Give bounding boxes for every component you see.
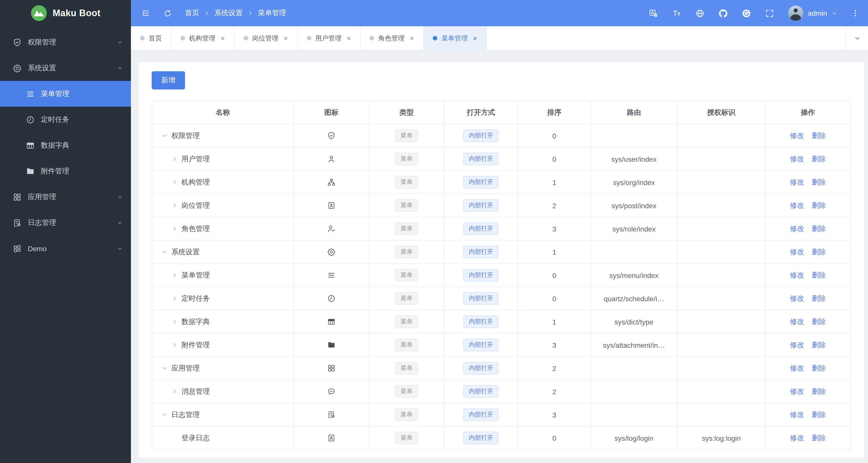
tab-label: 用户管理 [315,34,341,43]
edit-link[interactable]: 修改 [790,131,804,139]
table-row: 用户管理 菜单 内部打开 0 sys/user/index 修改删除 [152,147,850,171]
grid-icon [13,192,22,202]
breadcrumb-separator-icon [204,10,210,16]
edit-link[interactable]: 修改 [790,433,804,441]
edit-link[interactable]: 修改 [790,364,804,372]
sidebar-item-attachment[interactable]: 附件管理 [0,158,131,184]
sidebar-item-label: 附件管理 [41,166,69,176]
gear-icon [13,63,22,72]
breadcrumb-item[interactable]: 系统设置 [214,9,243,18]
gitee-icon[interactable] [742,8,751,18]
folder-filled-icon [26,166,35,176]
delete-link[interactable]: 删除 [812,224,826,232]
sidebar-item-label: 日志管理 [28,218,56,227]
refresh-icon[interactable] [163,9,172,18]
user-name: admin [808,9,827,17]
edit-link[interactable]: 修改 [790,154,804,162]
delete-link[interactable]: 删除 [812,271,826,279]
sort-value: 1 [518,310,590,333]
tree-toggle-icon[interactable] [161,365,168,371]
delete-link[interactable]: 删除 [812,410,826,418]
settings-more-icon[interactable] [851,9,860,18]
log-doc-icon [13,218,22,227]
grid-icon [327,364,336,373]
tree-toggle-icon[interactable] [161,411,168,418]
tab-close-icon[interactable]: × [346,34,351,42]
delete-link[interactable]: 删除 [812,387,826,395]
tab-菜单管理[interactable]: 菜单管理 × [424,26,487,50]
edit-link[interactable]: 修改 [790,247,804,255]
sidebar-item-permissions[interactable]: 权限管理 [0,29,131,55]
topbar-right: admin [649,5,860,21]
edit-link[interactable]: 修改 [790,271,804,279]
edit-link[interactable]: 修改 [790,410,804,418]
tab-close-icon[interactable]: × [473,34,477,42]
tab-dot [370,36,374,40]
delete-link[interactable]: 删除 [812,201,826,209]
font-size-icon[interactable] [672,8,681,18]
collapse-sidebar-icon[interactable] [141,9,150,18]
sidebar-item-logs[interactable]: 日志管理 [0,210,131,236]
globe-icon[interactable] [695,8,705,18]
tab-close-icon[interactable]: × [284,34,288,42]
sidebar-item-menu[interactable]: 菜单管理 [0,81,131,106]
route-value: sys/attachment/in… [591,333,677,357]
tree-toggle-icon[interactable] [172,225,178,232]
tree-toggle-icon[interactable] [172,342,178,348]
delete-link[interactable]: 删除 [812,317,826,325]
delete-link[interactable]: 删除 [812,364,826,372]
github-icon[interactable] [718,8,728,18]
delete-link[interactable]: 删除 [812,433,826,441]
tree-toggle-icon[interactable] [172,295,178,302]
tree-toggle-icon[interactable] [161,132,168,139]
tab-首页[interactable]: 首页 [131,26,172,50]
delete-link[interactable]: 删除 [812,247,826,255]
tree-toggle-icon[interactable] [161,249,168,255]
edit-link[interactable]: 修改 [790,340,804,348]
tab-机构管理[interactable]: 机构管理 × [172,26,235,50]
tabbar: 首页 机构管理 × 岗位管理 × 用户管理 × 角色管理 × 菜单管理 × [131,26,868,51]
sidebar-item-system[interactable]: 系统设置 [0,55,131,81]
type-tag: 菜单 [395,292,418,305]
delete-link[interactable]: 删除 [812,340,826,348]
edit-link[interactable]: 修改 [790,201,804,209]
tab-岗位管理[interactable]: 岗位管理 × [235,26,298,50]
message-icon [327,388,336,396]
edit-link[interactable]: 修改 [790,224,804,232]
tree-toggle-icon[interactable] [172,202,178,209]
tree-toggle-icon[interactable] [172,272,178,278]
sidebar-item-schedule[interactable]: 定时任务 [0,106,131,132]
delete-link[interactable]: 删除 [812,154,826,162]
edit-link[interactable]: 修改 [790,178,804,186]
open-mode-tag: 内部打开 [463,129,499,142]
tab-close-icon[interactable]: × [410,34,414,42]
tab-close-icon[interactable]: × [220,34,225,42]
add-button[interactable]: 新增 [152,71,185,90]
tab-actions-dropdown[interactable] [846,26,868,50]
user-menu[interactable]: admin [788,5,837,21]
breadcrumb-item[interactable]: 首页 [185,9,199,18]
edit-link[interactable]: 修改 [790,317,804,325]
header-tools [649,8,774,18]
edit-link[interactable]: 修改 [790,387,804,395]
brand[interactable]: Maku Boot [0,0,131,26]
tree-toggle-icon[interactable] [172,318,178,325]
avatar [788,5,803,21]
type-tag: 菜单 [395,408,418,421]
sidebar-item-apps[interactable]: 应用管理 [0,184,131,210]
sidebar-item-demo[interactable]: Demo [0,236,131,261]
sidebar-item-dict[interactable]: 数据字典 [0,132,131,158]
fullscreen-icon[interactable] [765,8,774,18]
tree-toggle-icon[interactable] [172,156,178,162]
delete-link[interactable]: 删除 [812,178,826,186]
tab-用户管理[interactable]: 用户管理 × [298,26,361,50]
delete-link[interactable]: 删除 [812,294,826,302]
translate-icon[interactable] [649,8,658,18]
edit-link[interactable]: 修改 [790,294,804,302]
tree-toggle-icon[interactable] [172,388,178,395]
menu-name: 系统设置 [172,247,200,256]
open-mode-tag: 内部打开 [463,362,499,375]
tab-角色管理[interactable]: 角色管理 × [361,26,424,50]
tree-toggle-icon[interactable] [172,179,178,185]
delete-link[interactable]: 删除 [812,131,826,139]
